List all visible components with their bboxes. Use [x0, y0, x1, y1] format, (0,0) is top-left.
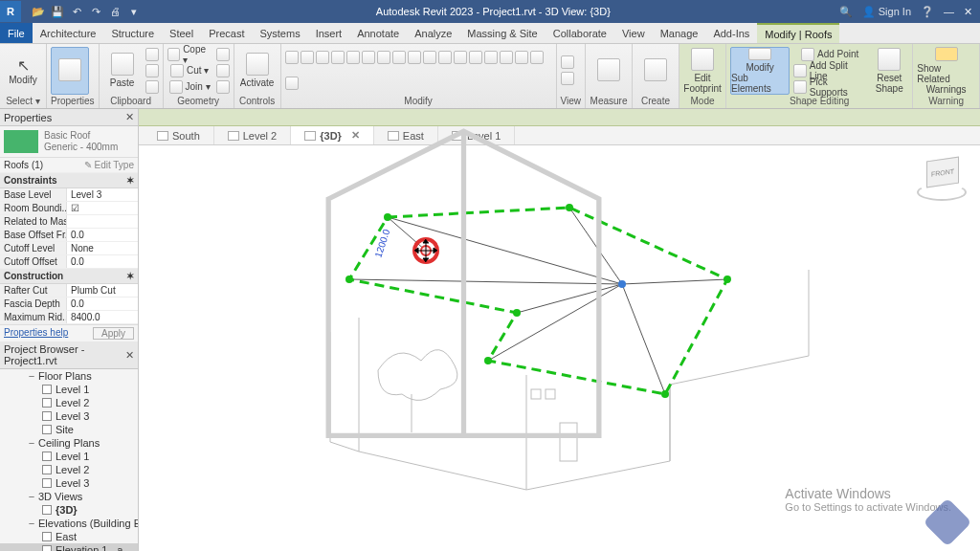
reset-shape-button[interactable]: ResetShape	[870, 47, 908, 95]
modify-tool-icon[interactable]	[331, 50, 345, 65]
match-button[interactable]	[145, 79, 159, 95]
modify-tool-icon[interactable]	[362, 50, 375, 65]
paste-button[interactable]: Paste	[103, 47, 142, 95]
tab-modify-roofs[interactable]: Modify | Roofs	[757, 23, 839, 43]
edit-footprint-button[interactable]: EditFootprint	[683, 47, 722, 95]
modify-tool-icon[interactable]	[301, 50, 314, 65]
qat-redo-icon[interactable]: ↷	[88, 4, 103, 19]
tab-precast[interactable]: Precast	[201, 23, 252, 43]
group-label-select: Select ▾	[4, 95, 42, 108]
minimize-icon[interactable]: —	[944, 6, 954, 17]
drawing-canvas[interactable]: 1200.0 FRONT Activate Windows Go to Sett…	[139, 145, 980, 551]
tree-node[interactable]: −Elevations (Building Elevation	[0, 517, 138, 530]
modify-tool-icon[interactable]	[500, 50, 513, 65]
geom-icon-3[interactable]	[216, 79, 230, 95]
modify-tool-icon[interactable]	[285, 50, 299, 65]
modify-tool-icon[interactable]	[346, 50, 360, 65]
tab-file[interactable]: File	[0, 23, 33, 43]
show-warnings-button[interactable]: Show RelatedWarnings	[917, 47, 975, 95]
geom-icon-1[interactable]	[216, 47, 230, 62]
modify-tool-icon[interactable]	[454, 50, 467, 65]
tab-architecture[interactable]: Architecture	[33, 23, 104, 43]
view-cube[interactable]: FRONT	[913, 153, 970, 210]
modify-tool-icon[interactable]	[484, 50, 498, 65]
tab-massing[interactable]: Massing & Site	[459, 23, 545, 43]
tree-node[interactable]: Elevation 1 - a	[0, 543, 138, 551]
modify-tool-icon[interactable]	[423, 50, 436, 65]
qat-more-icon[interactable]: ▾	[126, 4, 142, 19]
ribbon-tabs: File Architecture Structure Steel Precas…	[0, 23, 980, 44]
measure-button[interactable]	[590, 47, 628, 95]
windows-watermark: Activate Windows Go to Settings to activ…	[785, 486, 951, 513]
tab-insert[interactable]: Insert	[308, 23, 350, 43]
cut-clipboard-button[interactable]	[145, 47, 159, 62]
quick-access-toolbar: 📂 💾 ↶ ↷ 🖨 ▾	[25, 4, 147, 19]
filter-selector[interactable]: Roofs (1)	[4, 160, 43, 170]
window-title: Autodesk Revit 2023 - Project1.rvt - 3D …	[147, 6, 839, 17]
ribbon-group-warning: Show RelatedWarnings Warning	[913, 44, 980, 108]
qat-print-icon[interactable]: 🖨	[107, 4, 122, 19]
help-icon[interactable]: ❔	[921, 6, 934, 18]
app-menu-button[interactable]: R	[0, 1, 21, 22]
modify-tool-icon[interactable]	[469, 50, 482, 65]
cut-geom-button[interactable]: Cut ▾	[167, 63, 212, 78]
modify-tool-icon[interactable]	[316, 50, 329, 65]
properties-button[interactable]	[51, 47, 89, 95]
modify-button[interactable]: ↖Modify	[4, 47, 42, 95]
view-icon[interactable]	[561, 55, 574, 70]
cope-button[interactable]: Cope ▾	[167, 47, 212, 62]
group-label-warning: Warning	[917, 95, 975, 108]
modify-tool-icon[interactable]	[438, 50, 452, 65]
tab-steel[interactable]: Steel	[162, 23, 201, 43]
tab-addins[interactable]: Add-Ins	[705, 23, 757, 43]
modify-tool-icon[interactable]	[530, 50, 544, 65]
preview-outline	[43, 98, 884, 503]
ribbon-group-select: ↖Modify Select ▾	[0, 44, 47, 108]
signin-button[interactable]: 👤 Sign In	[862, 6, 911, 18]
modify-tool-icon[interactable]	[515, 50, 528, 65]
tree-node[interactable]: East	[0, 530, 138, 543]
modify-sub-elements-button[interactable]: ModifySub Elements	[730, 47, 790, 95]
qat-open-icon[interactable]: 📂	[31, 4, 46, 19]
tab-manage[interactable]: Manage	[653, 23, 706, 43]
search-icon[interactable]: 🔍	[839, 6, 853, 18]
modify-tool-icon[interactable]	[285, 76, 299, 91]
tab-view[interactable]: View	[614, 23, 653, 43]
activate-button[interactable]: Activate	[238, 47, 277, 95]
qat-undo-icon[interactable]: ↶	[69, 4, 84, 19]
modify-tool-icon[interactable]	[377, 50, 390, 65]
geom-icon-2[interactable]	[216, 63, 230, 78]
tree-node[interactable]: {3D}	[0, 503, 138, 517]
tab-analyze[interactable]: Analyze	[407, 23, 459, 43]
tab-structure[interactable]: Structure	[103, 23, 162, 43]
close-icon[interactable]: ✕	[964, 6, 972, 18]
create-button[interactable]	[636, 47, 675, 95]
copy-clipboard-button[interactable]	[145, 63, 159, 78]
title-bar: R 📂 💾 ↶ ↷ 🖨 ▾ Autodesk Revit 2023 - Proj…	[0, 0, 980, 23]
join-button[interactable]: Join ▾	[167, 79, 212, 95]
qat-save-icon[interactable]: 💾	[50, 4, 65, 19]
modify-tool-icon[interactable]	[392, 50, 406, 65]
type-thumbnail	[4, 130, 38, 153]
tab-annotate[interactable]: Annotate	[349, 23, 407, 43]
tab-collaborate[interactable]: Collaborate	[546, 23, 614, 43]
tab-systems[interactable]: Systems	[252, 23, 307, 43]
pick-supports-button[interactable]: Pick Supports	[793, 79, 866, 95]
view-icon[interactable]	[561, 71, 574, 86]
modify-tool-icon[interactable]	[408, 50, 421, 65]
